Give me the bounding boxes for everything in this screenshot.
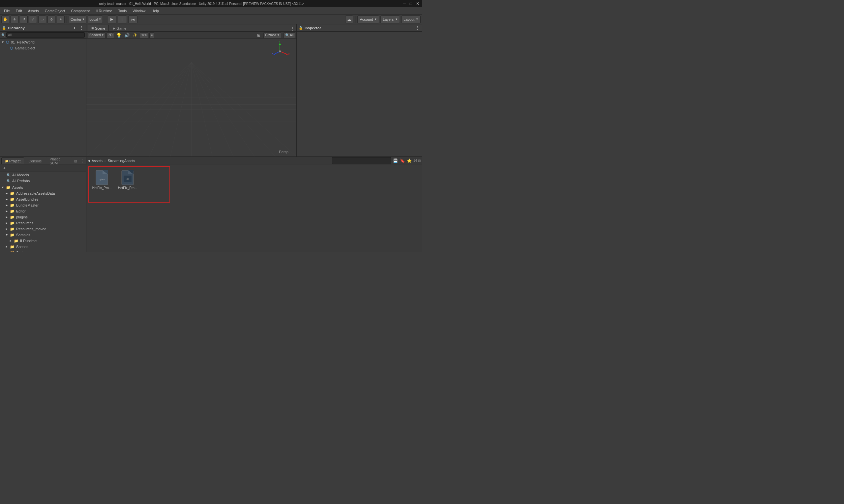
tree-ILRuntime[interactable]: ► 📁 ILRuntime (0, 238, 86, 244)
breadcrumb-assets-icon: ◀ (88, 159, 90, 162)
title-bar: unity-teach-master - 01_HelloWorld - PC,… (0, 0, 422, 7)
tree-Resources-moved[interactable]: ► 📁 Resources_moved (0, 226, 86, 232)
asset-icon-doc1: bytes (94, 170, 110, 185)
project-tab[interactable]: 📁 Project (1, 158, 24, 164)
particles-button[interactable]: ≈ (149, 32, 155, 38)
toolbar: ✋ ✛ ↺ ⤢ ▭ ⊹ ✦ Center ▼ Local ▼ ▶ ⏸ ⏭ ☁ A… (0, 15, 422, 24)
fx-toggle-button[interactable]: ✨ (132, 32, 139, 39)
all-prefabs-item[interactable]: 🔍 All Prefabs (0, 178, 86, 184)
game-tab[interactable]: ▶ Game (109, 25, 130, 31)
audio-toggle-button[interactable]: 🔊 (123, 32, 131, 39)
menu-tools[interactable]: Tools (115, 8, 129, 14)
minimize-button[interactable]: ─ (403, 1, 406, 6)
local-button[interactable]: Local ▼ (88, 16, 103, 23)
layers-dropdown[interactable]: Layers ▼ (380, 16, 400, 23)
hierarchy-item-label: GameObject (15, 46, 35, 50)
all-models-item[interactable]: 🔍 All Models (0, 172, 86, 178)
tree-label: ILRuntime (20, 239, 37, 243)
scene-tab[interactable]: ⊞ Scene (88, 25, 109, 31)
hierarchy-menu-button[interactable]: ⋮ (79, 25, 84, 31)
inspector-content (297, 32, 422, 157)
plastic-scm-tab[interactable]: Plastic SCM (46, 158, 72, 164)
maximize-button[interactable]: □ (410, 1, 412, 6)
asset-item-hotfix-1[interactable]: bytes HotFix_Pro... (90, 168, 114, 191)
assets-search-input[interactable] (332, 157, 391, 164)
gizmos-dropdown[interactable]: Gizmos ▼ (263, 32, 281, 38)
save-icon[interactable]: 💾 (393, 158, 399, 164)
hierarchy-item-GameObject[interactable]: ⬡ GameObject (0, 45, 86, 51)
svg-marker-23 (286, 53, 288, 55)
inspector-menu-button[interactable]: ⋮ (415, 25, 420, 31)
custom-tool-button[interactable]: ✦ (57, 16, 65, 23)
tree-Resources[interactable]: ► 📁 Resources (0, 220, 86, 226)
tree-Samples[interactable]: ▼ 📁 Samples (0, 232, 86, 238)
folder-icon: 📁 (10, 215, 15, 219)
hierarchy-search-input[interactable] (6, 32, 85, 38)
tree-label: AddressableAssetsData (16, 192, 55, 195)
assets-grid-container: bytes HotFix_Pro... (86, 164, 422, 252)
tree-AssetBundles[interactable]: ► 📁 AssetBundles (0, 196, 86, 202)
menu-window[interactable]: Window (130, 8, 148, 14)
hand-tool-button[interactable]: ✋ (1, 16, 9, 23)
menu-ilruntime[interactable]: ILRuntime (93, 8, 115, 14)
tree-Editor[interactable]: ► 📁 Editor (0, 208, 86, 214)
grid-settings-button[interactable]: ⊞ (255, 32, 262, 39)
asset-icon-doc2: dll (120, 170, 136, 185)
arrow-icon: ▼ (1, 186, 5, 189)
inspector-lock-icon: 🔒 (299, 26, 303, 30)
folder-icon: 📁 (14, 239, 18, 243)
scene-menu-button[interactable]: ⋮ (290, 26, 295, 31)
assets-root[interactable]: ▼ 📁 Assets (0, 184, 86, 191)
plastic-tab-label: Plastic SCM (50, 157, 68, 165)
menu-help[interactable]: Help (149, 8, 161, 14)
bookmark-icon[interactable]: 🔖 (400, 158, 406, 164)
breadcrumb-streaming-assets[interactable]: StreamingAssets (108, 159, 135, 163)
project-menu-button[interactable]: ⋮ (80, 159, 85, 164)
play-button[interactable]: ▶ (107, 16, 116, 23)
inspector-title: Inspector (305, 26, 321, 30)
asset-item-hotfix-2[interactable]: dll HotFix_Pro... (116, 168, 139, 191)
project-tree: ▼ 📁 Assets ► 📁 AddressableAssetsData ► 📁… (0, 184, 86, 252)
center-button[interactable]: Center ▼ (69, 16, 86, 23)
pause-button[interactable]: ⏸ (118, 16, 127, 23)
menu-assets[interactable]: Assets (25, 8, 41, 14)
menu-file[interactable]: File (1, 8, 13, 14)
tree-BundleMaster[interactable]: ► 📁 BundleMaster (0, 202, 86, 208)
menu-gameobject[interactable]: GameObject (42, 8, 68, 14)
project-tab-label: Project (9, 159, 20, 163)
search-toolbar-input[interactable]: 🔍 All (283, 32, 295, 38)
move-tool-button[interactable]: ✛ (11, 16, 18, 23)
layout-dropdown[interactable]: Layout ▼ (401, 16, 421, 23)
hierarchy-item-01_HelloWorld[interactable]: ▼ ⬡ 01_HelloWorld (0, 39, 86, 45)
account-dropdown[interactable]: Account ▼ (357, 16, 379, 23)
rect-tool-button[interactable]: ▭ (38, 16, 46, 23)
close-button[interactable]: ✕ (416, 1, 419, 6)
rotate-tool-button[interactable]: ↺ (20, 16, 28, 23)
transform-tool-button[interactable]: ⊹ (48, 16, 55, 23)
star-icon[interactable]: ⭐ (407, 158, 412, 164)
step-button[interactable]: ⏭ (128, 16, 137, 23)
scene-viewport[interactable]: Y X Z Persp (86, 39, 296, 157)
hierarchy-add-button[interactable]: + (71, 25, 77, 31)
tree-AddressableAssetsData[interactable]: ► 📁 AddressableAssetsData (0, 191, 86, 196)
console-tab[interactable]: Console (25, 158, 45, 164)
tree-label: BundleMaster (16, 203, 38, 207)
cloud-button[interactable]: ☁ (345, 16, 353, 23)
assets-toolbar-icons: 💾 🔖 ⭐ 14 ⊟ (393, 158, 421, 164)
project-add-button[interactable]: + (1, 165, 7, 171)
arrow-icon: ► (5, 210, 9, 213)
2d-button[interactable]: 2D (106, 32, 114, 38)
scale-tool-button[interactable]: ⤢ (29, 16, 37, 23)
breadcrumb-assets[interactable]: Assets (92, 159, 103, 163)
tree-label: Scripts (16, 251, 28, 252)
tree-Scenes[interactable]: ► 📁 Scenes (0, 244, 86, 250)
hidden-objects-button[interactable]: 👁 0 (140, 32, 148, 38)
light-toggle-button[interactable]: 💡 (115, 32, 122, 39)
tree-Scripts[interactable]: ▼ 📁 Scripts (0, 250, 86, 252)
shaded-dropdown[interactable]: Shaded ▼ (88, 32, 105, 38)
project-expand-icon[interactable]: ⊡ (72, 158, 79, 164)
scene-gizmo[interactable]: Y X Z (270, 41, 290, 61)
menu-edit[interactable]: Edit (13, 8, 25, 14)
menu-component[interactable]: Component (68, 8, 92, 14)
tree-plugins[interactable]: ► 📁 plugins (0, 214, 86, 220)
